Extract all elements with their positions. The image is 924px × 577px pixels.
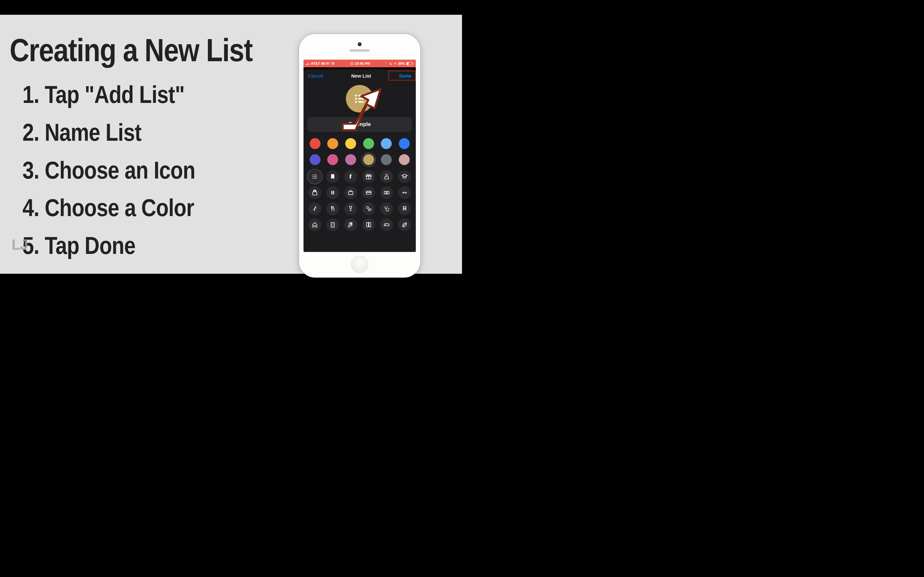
alarm-icon bbox=[350, 62, 354, 65]
graduation-cap-icon-option[interactable] bbox=[398, 170, 411, 183]
chair-icon bbox=[401, 205, 408, 212]
svg-point-4 bbox=[355, 95, 357, 97]
dumbbell-icon-option[interactable] bbox=[398, 186, 411, 199]
dnd-alarm-icon bbox=[385, 61, 388, 65]
pills-icon bbox=[365, 205, 372, 212]
list-bullet-icon bbox=[312, 173, 318, 180]
step-item: 1. Tap "Add List" bbox=[23, 76, 268, 113]
running-icon-option[interactable] bbox=[309, 202, 321, 215]
game-controller-icon-option[interactable] bbox=[380, 218, 393, 231]
building-icon bbox=[330, 221, 336, 228]
time-label: 10:46 PM bbox=[355, 61, 370, 65]
birthday-cake-icon-option[interactable] bbox=[380, 170, 393, 183]
svg-rect-17 bbox=[333, 191, 334, 195]
book-icon-option[interactable] bbox=[362, 218, 375, 231]
house-icon bbox=[312, 221, 318, 228]
step-item: 3. Choose an Icon bbox=[23, 151, 268, 189]
status-left: AT&T Wi-Fi bbox=[306, 61, 335, 65]
leaf-icon-option[interactable] bbox=[398, 218, 411, 231]
svg-rect-13 bbox=[314, 176, 317, 177]
wine-glass-icon-option[interactable] bbox=[344, 202, 357, 215]
svg-rect-2 bbox=[407, 63, 409, 65]
color-swatch-rose[interactable] bbox=[399, 154, 410, 165]
house-icon-option[interactable] bbox=[309, 218, 321, 231]
cancel-button[interactable]: Cancel bbox=[308, 73, 323, 79]
svg-point-23 bbox=[367, 206, 368, 209]
list-preview-icon bbox=[346, 85, 373, 113]
color-swatch-red[interactable] bbox=[310, 138, 320, 149]
signal-icon bbox=[306, 62, 310, 65]
color-swatch-pink[interactable] bbox=[327, 154, 338, 165]
money-icon-option[interactable] bbox=[380, 186, 393, 199]
instructions-block: Creating a New List 1. Tap "Add List" 2.… bbox=[10, 34, 311, 264]
color-swatch-light-blue[interactable] bbox=[381, 138, 392, 149]
battery-label: 36% bbox=[398, 61, 405, 65]
briefcase-icon-option[interactable] bbox=[344, 186, 357, 199]
wine-glass-icon bbox=[347, 205, 354, 212]
list-name-field[interactable]: Example bbox=[307, 117, 412, 132]
phone-camera bbox=[358, 42, 362, 46]
location-icon bbox=[394, 62, 397, 65]
pause-icon-option[interactable] bbox=[326, 186, 339, 199]
new-list-sheet: Cancel New List Done Example bbox=[304, 69, 416, 252]
phone-device: AT&T Wi-Fi 10:46 PM bbox=[299, 34, 420, 277]
pin-icon bbox=[347, 173, 354, 180]
fork-knife-icon-option[interactable] bbox=[326, 202, 339, 215]
gift-icon-option[interactable] bbox=[362, 170, 375, 183]
svg-point-14 bbox=[312, 178, 313, 179]
svg-rect-20 bbox=[384, 191, 389, 194]
svg-rect-5 bbox=[358, 95, 364, 96]
svg-rect-19 bbox=[367, 192, 371, 193]
running-icon bbox=[312, 205, 318, 212]
svg-point-8 bbox=[355, 101, 357, 103]
book-icon bbox=[365, 221, 372, 228]
color-swatch-green[interactable] bbox=[363, 138, 374, 149]
pause-icon bbox=[330, 189, 336, 196]
svg-point-21 bbox=[386, 192, 387, 193]
chair-icon-option[interactable] bbox=[398, 202, 411, 215]
color-picker bbox=[304, 132, 416, 167]
music-note-icon-option[interactable] bbox=[344, 218, 357, 231]
svg-point-22 bbox=[315, 206, 316, 207]
svg-rect-24 bbox=[368, 208, 371, 211]
svg-point-10 bbox=[312, 175, 313, 176]
wifi-icon bbox=[331, 62, 335, 65]
color-swatch-magenta[interactable] bbox=[345, 154, 356, 165]
phone-speaker bbox=[350, 49, 370, 52]
svg-rect-26 bbox=[331, 222, 334, 227]
home-button[interactable] bbox=[351, 256, 368, 273]
svg-rect-16 bbox=[331, 191, 333, 195]
svg-point-12 bbox=[312, 176, 313, 177]
backpack-icon-option[interactable] bbox=[309, 186, 321, 199]
list-bullet-icon-option[interactable] bbox=[309, 170, 321, 183]
credit-card-icon-option[interactable] bbox=[362, 186, 375, 199]
game-controller-icon bbox=[383, 221, 390, 228]
leaf-icon bbox=[401, 221, 408, 228]
bookmark-icon-option[interactable] bbox=[326, 170, 339, 183]
gift-icon bbox=[365, 173, 372, 180]
svg-rect-9 bbox=[358, 101, 364, 103]
status-right: 36% bbox=[385, 61, 413, 65]
list-bullet-icon bbox=[353, 92, 366, 105]
color-swatch-blue[interactable] bbox=[399, 138, 410, 149]
svg-rect-7 bbox=[358, 98, 364, 99]
color-swatch-orange[interactable] bbox=[327, 138, 338, 149]
dumbbell-icon bbox=[401, 189, 408, 196]
birthday-cake-icon bbox=[383, 173, 390, 180]
backpack-icon bbox=[312, 189, 318, 196]
color-swatch-purple[interactable] bbox=[310, 154, 320, 165]
color-swatch-yellow[interactable] bbox=[345, 138, 356, 149]
pills-icon-option[interactable] bbox=[362, 202, 375, 215]
battery-icon bbox=[406, 62, 413, 65]
status-bar: AT&T Wi-Fi 10:46 PM bbox=[304, 60, 416, 67]
status-center: 10:46 PM bbox=[350, 61, 370, 65]
color-swatch-gray[interactable] bbox=[381, 154, 392, 165]
pin-icon-option[interactable] bbox=[344, 170, 357, 183]
slide-content: Creating a New List 1. Tap "Add List" 2.… bbox=[0, 15, 462, 274]
svg-point-6 bbox=[355, 98, 357, 100]
step-item: 4. Choose a Color bbox=[23, 189, 268, 227]
building-icon-option[interactable] bbox=[326, 218, 339, 231]
stethoscope-icon-option[interactable] bbox=[380, 202, 393, 215]
credit-card-icon bbox=[365, 189, 372, 196]
color-swatch-tan[interactable] bbox=[363, 154, 374, 165]
